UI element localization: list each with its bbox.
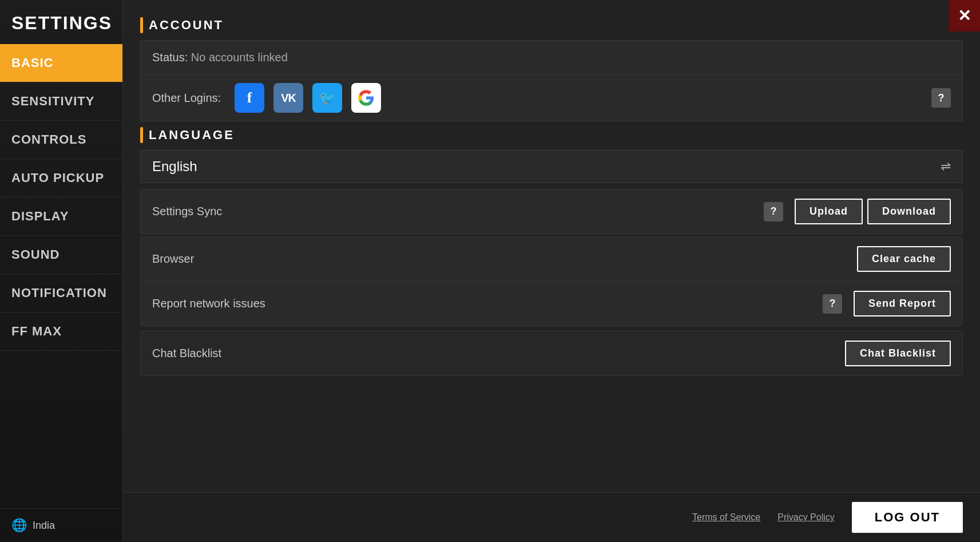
sidebar-item-controls[interactable]: CONTROLS	[0, 121, 122, 159]
upload-button[interactable]: Upload	[795, 199, 863, 224]
chat-blacklist-button[interactable]: Chat Blacklist	[845, 341, 951, 366]
account-card: Status: No accounts linked Other Logins:…	[140, 40, 963, 121]
google-login-button[interactable]	[351, 83, 381, 113]
region-label: India	[33, 520, 55, 532]
account-help-button[interactable]: ?	[931, 88, 951, 108]
chat-blacklist-label: Chat Blacklist	[152, 347, 840, 360]
language-section-title: LANGUAGE	[149, 128, 235, 143]
facebook-login-button[interactable]: f	[235, 83, 264, 113]
sidebar-nav: BASIC SENSITIVITY CONTROLS AUTO PICKUP D…	[0, 44, 122, 508]
main-content: ✕ ACCOUNT Status: No accounts linked	[123, 0, 980, 542]
status-row: Status: No accounts linked	[141, 41, 962, 75]
sidebar-item-sound[interactable]: SOUND	[0, 236, 122, 274]
globe-icon: 🌐	[11, 518, 27, 533]
utility-group-card: Browser Clear cache Report network issue…	[140, 236, 963, 326]
close-button[interactable]: ✕	[949, 0, 980, 31]
language-section-bar	[140, 127, 143, 143]
sidebar-footer: 🌐 India	[0, 508, 122, 542]
status-value: No accounts linked	[191, 51, 288, 64]
language-selector[interactable]: English ⇌	[140, 150, 963, 183]
browser-row: Browser Clear cache	[141, 237, 962, 282]
browser-label: Browser	[152, 252, 852, 266]
language-section: LANGUAGE English ⇌	[140, 127, 963, 183]
report-help-button[interactable]: ?	[823, 294, 842, 314]
settings-sync-row: Settings Sync ? Upload Download	[140, 189, 963, 234]
sidebar-item-display[interactable]: DISPLAY	[0, 197, 122, 236]
language-current-value: English	[152, 159, 197, 175]
help-icon: ?	[938, 92, 945, 104]
terms-of-service-link[interactable]: Terms of Service	[692, 512, 760, 523]
help-icon-sync: ?	[771, 205, 777, 217]
close-icon: ✕	[958, 6, 971, 25]
download-button[interactable]: Download	[867, 199, 951, 224]
main-footer: Terms of Service Privacy Policy LOG OUT	[123, 492, 980, 542]
logins-row: Other Logins: f VK 🐦	[141, 75, 962, 121]
account-section-header: ACCOUNT	[140, 17, 963, 33]
clear-cache-button[interactable]: Clear cache	[857, 246, 951, 272]
account-section: ACCOUNT Status: No accounts linked Other…	[140, 17, 963, 121]
sidebar-item-basic[interactable]: BASIC	[0, 44, 122, 82]
language-section-header: LANGUAGE	[140, 127, 963, 143]
account-section-title: ACCOUNT	[149, 18, 224, 33]
twitter-icon: 🐦	[319, 90, 336, 106]
report-network-label: Report network issues	[152, 297, 823, 310]
privacy-policy-link[interactable]: Privacy Policy	[777, 512, 835, 523]
logins-label: Other Logins:	[152, 92, 221, 105]
logout-button[interactable]: LOG OUT	[852, 502, 963, 533]
sidebar-item-ff-max[interactable]: FF MAX	[0, 312, 122, 351]
settings-title: SETTINGS	[0, 0, 122, 44]
swap-icon: ⇌	[941, 159, 951, 174]
settings-sync-label: Settings Sync	[152, 205, 764, 218]
sidebar-item-sensitivity[interactable]: SENSITIVITY	[0, 82, 122, 121]
status-label: Status:	[152, 51, 188, 64]
facebook-icon: f	[247, 89, 252, 106]
sidebar-item-notification[interactable]: NOTIFICATION	[0, 274, 122, 312]
sidebar: SETTINGS BASIC SENSITIVITY CONTROLS AUTO…	[0, 0, 123, 542]
settings-container: SETTINGS BASIC SENSITIVITY CONTROLS AUTO…	[0, 0, 980, 542]
vk-login-button[interactable]: VK	[273, 83, 303, 113]
vk-icon: VK	[281, 92, 296, 105]
content-area: ACCOUNT Status: No accounts linked Other…	[123, 0, 980, 492]
twitter-login-button[interactable]: 🐦	[312, 83, 342, 113]
google-icon	[358, 89, 375, 106]
report-network-row: Report network issues ? Send Report	[141, 282, 962, 326]
send-report-button[interactable]: Send Report	[854, 291, 951, 317]
sidebar-item-auto-pickup[interactable]: AUTO PICKUP	[0, 159, 122, 197]
account-section-bar	[140, 17, 143, 33]
chat-blacklist-row: Chat Blacklist Chat Blacklist	[140, 331, 963, 376]
help-icon-report: ?	[829, 298, 835, 310]
settings-sync-help-button[interactable]: ?	[764, 202, 783, 221]
